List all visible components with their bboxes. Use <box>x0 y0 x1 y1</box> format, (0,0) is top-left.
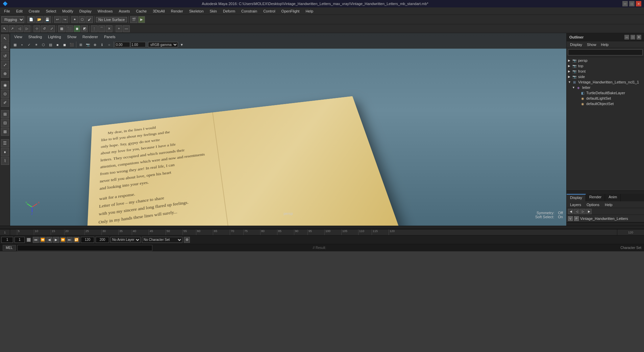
vp-circle-btn[interactable]: ○ <box>106 42 113 48</box>
vp-select-btn[interactable]: ▦ <box>11 42 18 48</box>
snap-curve-btn[interactable]: ⌒ <box>98 25 105 32</box>
vp-smooth3-btn[interactable]: ⬛ <box>68 42 75 48</box>
panel-scrollbar[interactable] <box>567 222 644 226</box>
play-back-btn[interactable]: ◀ <box>46 237 52 243</box>
step-fwd-btn[interactable]: ⏩ <box>60 237 66 243</box>
graph-editor-btn[interactable]: ⌇ <box>1 157 9 165</box>
tree-item-top[interactable]: ▶ 📷 top <box>567 63 644 69</box>
status-input[interactable] <box>17 245 312 251</box>
menu-item-edit[interactable]: Edit <box>14 8 25 14</box>
command-input[interactable] <box>17 245 152 251</box>
layer-next2-btn[interactable]: ▷ <box>580 209 586 214</box>
wire-btn[interactable]: ▦ <box>58 25 65 32</box>
lasso-btn[interactable]: ⬡ <box>79 16 85 23</box>
render-view-btn[interactable]: ⊟ <box>1 119 9 127</box>
loop-btn[interactable]: 🔁 <box>73 237 79 243</box>
outliner-scrollbar-h[interactable] <box>567 191 644 194</box>
menu-item-file[interactable]: File <box>1 8 13 14</box>
anim-editor-btn[interactable]: ♦ <box>1 148 9 156</box>
mel-mode-label[interactable]: MEL <box>3 245 16 251</box>
menu-item-skeleton[interactable]: Skeleton <box>187 8 206 14</box>
vp-value1-input[interactable] <box>115 42 130 47</box>
outliner-search-input[interactable] <box>568 49 643 55</box>
sub-help[interactable]: Help <box>603 202 615 207</box>
soft-mod-tool[interactable]: ◉ <box>1 81 9 89</box>
menu-item-skin[interactable]: Skin <box>207 8 220 14</box>
camera-tool[interactable]: ⊞ <box>1 110 9 118</box>
outliner-restore-btn[interactable]: □ <box>630 35 635 40</box>
no-anim-layer-dropdown[interactable]: No Anim Layer <box>110 237 141 243</box>
rotate-btn[interactable]: ↺ <box>41 25 48 32</box>
vp-grid-btn[interactable]: ⊞ <box>77 42 84 48</box>
vp-info-btn[interactable]: ℹ <box>99 42 105 48</box>
outliner-minimize-btn[interactable]: ─ <box>624 35 629 40</box>
select-btn[interactable]: ✦ <box>71 16 78 23</box>
timeline-area[interactable]: 1 51015202530354045505560657075808590951… <box>0 229 644 235</box>
menu-item-select[interactable]: Select <box>43 8 59 14</box>
menu-item-windows[interactable]: Windows <box>95 8 116 14</box>
menu-item-help[interactable]: Help <box>303 8 316 14</box>
show-menu[interactable]: Show <box>65 34 79 40</box>
shading-menu[interactable]: Shading <box>26 34 45 40</box>
frame-current-input[interactable] <box>15 237 25 243</box>
menu-item-render[interactable]: Render <box>168 8 186 14</box>
outliner-close-btn[interactable]: ✕ <box>637 35 641 40</box>
menu-item-modify[interactable]: Modify <box>59 8 76 14</box>
renderer-menu[interactable]: Renderer <box>80 34 101 40</box>
vp-value2-input[interactable] <box>130 42 146 47</box>
tree-item-side[interactable]: ▶ 📷 side <box>567 74 644 79</box>
menu-item-cache[interactable]: Cache <box>133 8 149 14</box>
tree-item-front[interactable]: ▶ 📷 front <box>567 69 644 74</box>
layer-v-toggle[interactable]: V <box>568 216 573 221</box>
vp-cam-btn[interactable]: 📷 <box>84 42 91 48</box>
menu-item-control[interactable]: Control <box>261 8 278 14</box>
anim-settings-btn[interactable]: ⚙ <box>184 237 190 243</box>
maximize-button[interactable]: □ <box>629 1 635 6</box>
save-btn[interactable]: 💾 <box>44 16 51 23</box>
outliner-help-menu[interactable]: Help <box>599 42 611 47</box>
select-tool-btn[interactable]: ↖ <box>1 25 8 32</box>
universal-tool[interactable]: ⊕ <box>1 70 9 78</box>
panels-menu[interactable]: Panels <box>101 34 118 40</box>
move-tool[interactable]: ✚ <box>1 43 9 51</box>
snap-grid-btn[interactable]: ⋮ <box>91 25 98 32</box>
redo-btn[interactable]: ↪ <box>61 16 68 23</box>
mode-dropdown[interactable]: Rigging <box>1 16 24 23</box>
view-menu[interactable]: View <box>11 34 25 40</box>
minus-btn[interactable]: — <box>123 25 130 32</box>
lighting-menu[interactable]: Lighting <box>45 34 64 40</box>
goto-start-btn[interactable]: ⏮ <box>33 237 39 243</box>
timeline-ruler[interactable]: 5101520253035404550556065707580859095100… <box>10 229 617 235</box>
tree-item-defaultobj[interactable]: ◉ defaultObjectSet <box>567 101 644 106</box>
tab-render[interactable]: Render <box>586 194 605 201</box>
step-back-btn[interactable]: ⏪ <box>40 237 46 243</box>
outliner-btn[interactable]: ☰ <box>1 139 9 147</box>
viewport[interactable]: View Shading Lighting Show Renderer Pane… <box>10 33 566 226</box>
tree-item-defaultlight[interactable]: ◉ defaultLightSet <box>567 96 644 101</box>
tab-anim[interactable]: Anim <box>605 194 621 201</box>
vp-wire-btn[interactable]: ⬡ <box>40 42 47 48</box>
hypershade-btn[interactable]: ⊠ <box>1 128 9 136</box>
menu-item-constrain[interactable]: Constrain <box>239 8 260 14</box>
layer-next-btn[interactable]: ▶ <box>586 209 592 214</box>
lasso-select-btn[interactable]: ◁ <box>16 25 23 32</box>
scale-btn[interactable]: ⤢ <box>48 25 55 32</box>
vp-render-btn[interactable]: ▪ <box>19 42 25 48</box>
arrow-tool[interactable]: ↖ <box>1 34 9 43</box>
paint-btn[interactable]: 🖌 <box>86 16 93 23</box>
snap-point-btn[interactable]: ✕ <box>106 25 113 32</box>
goto-end-btn[interactable]: ⏭ <box>67 237 73 243</box>
sub-options[interactable]: Options <box>585 202 601 207</box>
layer-p-toggle[interactable]: P <box>574 216 579 221</box>
play-btn[interactable]: ▶ <box>53 237 59 243</box>
outliner-tree[interactable]: ▶ 📷 persp ▶ 📷 top ▶ 📷 front ▶ 📷 side ▼ <box>567 57 644 191</box>
sculpt-tool[interactable]: ⊙ <box>1 90 9 98</box>
menu-item-deform[interactable]: Deform <box>220 8 238 14</box>
shaded-btn[interactable]: ◼ <box>74 25 80 32</box>
vp-hud-btn[interactable]: ⊕ <box>92 42 98 48</box>
undo-btn[interactable]: ↩ <box>54 16 61 23</box>
outliner-display-menu[interactable]: Display <box>568 42 584 47</box>
vp-light-btn[interactable]: ☀ <box>33 42 40 48</box>
layer-prev-btn[interactable]: ◀ <box>568 209 573 214</box>
vp-smooth-btn[interactable]: ■ <box>54 42 61 48</box>
